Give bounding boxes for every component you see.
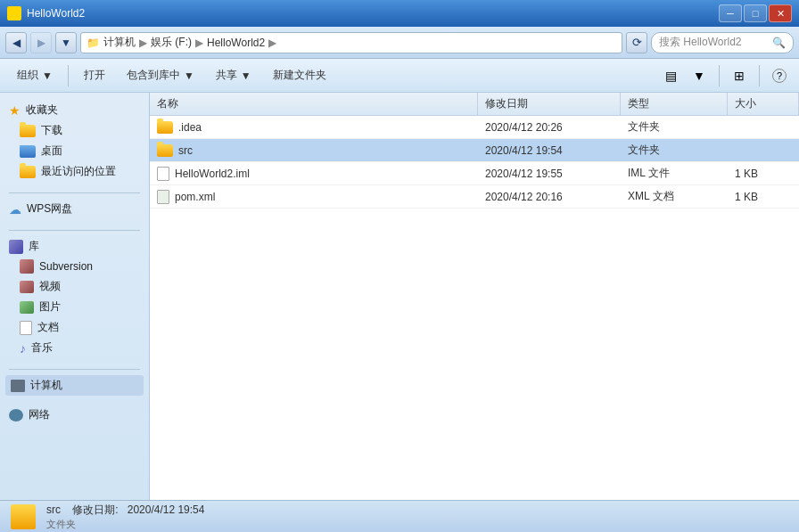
sidebar-item-image[interactable]: 图片 — [4, 297, 145, 317]
breadcrumb-part1[interactable]: 计算机 — [103, 35, 136, 50]
subversion-icon — [20, 259, 34, 274]
network-icon — [9, 409, 23, 422]
file-size-cell — [728, 147, 799, 154]
breadcrumb-arrow2: ▶ — [195, 37, 203, 49]
file-type-cell: IML 文件 — [621, 162, 728, 184]
view-dropdown-button[interactable]: ▼ — [687, 63, 712, 88]
sidebar-computer-label: 计算机 — [30, 378, 62, 393]
sidebar-image-label: 图片 — [39, 299, 61, 315]
sidebar-computer-section: 计算机 — [5, 375, 144, 396]
toolbar: 组织 ▼ 打开 包含到库中 ▼ 共享 ▼ 新建文件夹 ▤ ▼ ⊞ ? — [0, 59, 799, 93]
file-date-cell: 2020/4/12 20:16 — [478, 187, 621, 207]
sidebar-download-label: 下载 — [41, 123, 62, 138]
file-name: HelloWorld2.iml — [175, 168, 250, 180]
breadcrumb-arrow3: ▶ — [268, 37, 276, 49]
status-date-value: 2020/4/12 19:54 — [128, 503, 205, 516]
sidebar-subversion-label: Subversion — [39, 260, 93, 273]
file-name-cell[interactable]: .idea — [150, 118, 478, 137]
file-name-cell[interactable]: src — [150, 141, 478, 160]
sidebar-item-recent[interactable]: 最近访问的位置 — [4, 161, 145, 182]
sidebar-item-wps[interactable]: ☁ WPS网盘 — [4, 199, 145, 219]
back-button[interactable]: ◀ — [5, 32, 27, 53]
sidebar-item-music[interactable]: ♪ 音乐 — [4, 338, 145, 358]
organize-button[interactable]: 组织 ▼ — [7, 62, 62, 89]
help-button[interactable]: ? — [767, 63, 792, 88]
sidebar-item-download[interactable]: 下载 — [4, 120, 145, 141]
sidebar-item-docs[interactable]: 文档 — [4, 317, 145, 338]
video-icon — [20, 281, 34, 293]
sidebar-library-section: 库 Subversion 视频 图片 文档 ♪ 音乐 — [4, 236, 145, 358]
file-size-cell: 1 KB — [728, 164, 799, 184]
sidebar-item-video[interactable]: 视频 — [4, 276, 145, 297]
status-name-row: src 修改日期: 2020/4/12 19:54 — [46, 503, 204, 518]
search-box[interactable]: 搜索 HelloWorld2 🔍 — [651, 32, 794, 53]
refresh-button[interactable]: ⟳ — [626, 32, 647, 53]
status-type: 文件夹 — [46, 519, 76, 529]
file-type: 文件夹 — [628, 119, 660, 135]
share-button[interactable]: 共享 ▼ — [206, 62, 261, 89]
file-date-cell: 2020/4/12 19:54 — [478, 141, 621, 160]
sidebar-favorites-label: 收藏夹 — [26, 102, 58, 118]
column-type[interactable]: 类型 — [621, 93, 728, 115]
dropdown-button[interactable]: ▼ — [55, 32, 77, 53]
minimize-button[interactable]: ─ — [719, 4, 742, 22]
toolbar-divider3 — [759, 65, 760, 86]
column-name[interactable]: 名称 — [150, 93, 478, 115]
breadcrumb-arrow1: ▶ — [139, 37, 147, 49]
toolbar-right: ▤ ▼ ⊞ ? — [658, 63, 792, 88]
table-row[interactable]: pom.xml 2020/4/12 20:16 XML 文档 1 KB — [150, 185, 799, 209]
sidebar-item-computer[interactable]: 计算机 — [5, 375, 144, 396]
table-row[interactable]: src 2020/4/12 19:54 文件夹 — [150, 139, 799, 162]
file-size-cell: 1 KB — [728, 187, 799, 207]
file-date-cell: 2020/4/12 19:55 — [478, 164, 621, 184]
search-icon[interactable]: 🔍 — [772, 37, 786, 49]
sidebar-item-subversion[interactable]: Subversion — [4, 257, 145, 276]
file-date: 2020/4/12 19:54 — [485, 144, 563, 157]
file-name-cell[interactable]: pom.xml — [150, 186, 478, 208]
organize-arrow-icon: ▼ — [42, 70, 53, 82]
sidebar-desktop-label: 桌面 — [41, 143, 62, 159]
sidebar-video-label: 视频 — [39, 279, 61, 294]
breadcrumb-part3[interactable]: HelloWorld2 — [207, 37, 265, 49]
sidebar-favorites-header: ★ 收藏夹 — [4, 100, 145, 120]
forward-button[interactable]: ▶ — [30, 32, 52, 53]
file-name-cell[interactable]: HelloWorld2.iml — [150, 163, 478, 184]
folder-icon-src — [157, 144, 173, 157]
file-type-cell: 文件夹 — [621, 116, 728, 138]
open-button[interactable]: 打开 — [74, 62, 115, 89]
file-list-header: 名称 修改日期 类型 大小 — [150, 93, 799, 116]
doc-icon-iml — [157, 167, 169, 181]
sidebar-docs-label: 文档 — [37, 320, 59, 335]
sidebar-favorites-section: ★ 收藏夹 下载 桌面 最近访问的位置 — [4, 100, 145, 182]
sidebar-recent-label: 最近访问的位置 — [41, 164, 116, 179]
separator3 — [9, 369, 140, 370]
column-date[interactable]: 修改日期 — [478, 93, 621, 115]
include-button[interactable]: 包含到库中 ▼ — [117, 62, 204, 89]
toolbar-divider1 — [68, 65, 69, 86]
table-row[interactable]: HelloWorld2.iml 2020/4/12 19:55 IML 文件 1… — [150, 162, 799, 185]
details-view-button[interactable]: ⊞ — [727, 63, 752, 88]
file-list: 名称 修改日期 类型 大小 .idea 2020/4/12 20:26 文件夹 — [150, 93, 799, 500]
column-size[interactable]: 大小 — [728, 93, 799, 115]
breadcrumb-part2[interactable]: 娱乐 (F:) — [151, 35, 192, 50]
view-toggle-button[interactable]: ▤ — [658, 63, 683, 88]
share-arrow-icon: ▼ — [241, 70, 251, 82]
table-row[interactable]: .idea 2020/4/12 20:26 文件夹 — [150, 116, 799, 139]
file-size-cell — [728, 124, 799, 131]
file-name: pom.xml — [175, 191, 215, 203]
sidebar-music-label: 音乐 — [31, 340, 53, 356]
folder-icon-desktop — [20, 145, 36, 158]
file-type-cell: XML 文档 — [621, 185, 728, 208]
close-button[interactable]: ✕ — [769, 4, 792, 22]
sidebar-network-section: 网络 — [4, 405, 145, 425]
separator2 — [9, 230, 140, 231]
computer-icon — [11, 380, 25, 392]
folder-icon: 📁 — [86, 37, 100, 49]
sidebar-item-desktop[interactable]: 桌面 — [4, 141, 145, 161]
separator1 — [9, 192, 140, 193]
sidebar-item-network[interactable]: 网络 — [4, 405, 145, 425]
maximize-button[interactable]: □ — [744, 4, 767, 22]
new-folder-button[interactable]: 新建文件夹 — [263, 62, 336, 89]
folder-icon-recent — [20, 166, 36, 178]
address-path[interactable]: 📁 计算机 ▶ 娱乐 (F:) ▶ HelloWorld2 ▶ — [80, 32, 622, 53]
